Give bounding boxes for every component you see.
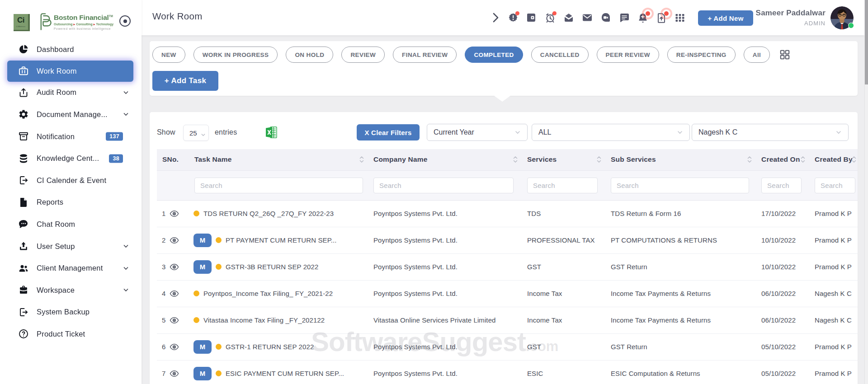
status-tab-all[interactable]: All <box>744 47 770 63</box>
user-role: ADMIN <box>756 20 826 27</box>
ci-logo-subtext: CiMetrics <box>16 25 25 28</box>
task-name[interactable]: TDS RETURN Q2_26Q _27Q_FY 2022-23 <box>203 210 334 217</box>
view-task-eye-icon[interactable] <box>170 210 179 217</box>
bell-add-icon[interactable] <box>637 12 648 23</box>
company-filter-select[interactable]: ALL <box>532 124 690 141</box>
status-tab-on-hold[interactable]: ON HOLD <box>286 47 333 63</box>
status-tab-work-in-progress[interactable]: WORK IN PROGRESS <box>193 47 278 63</box>
status-tab-completed[interactable]: COMPLETED <box>465 47 523 63</box>
column-header-label: Company Name <box>373 155 428 163</box>
task-name[interactable]: ESIC PAYMENT CUM RETURN SEP... <box>226 370 344 377</box>
column-header-services[interactable]: Services <box>520 149 604 170</box>
sort-icon[interactable] <box>597 156 601 163</box>
wallet-icon[interactable] <box>526 12 537 23</box>
view-task-eye-icon[interactable] <box>170 263 179 271</box>
sidebar-item-dashboard[interactable]: Dashboard <box>0 38 142 61</box>
status-tab-re-inspecting[interactable]: RE-INSPECTING <box>667 47 736 63</box>
sidebar-item-reports[interactable]: Reports <box>0 192 142 214</box>
row-number: 5 <box>162 316 165 324</box>
grid-menu-icon[interactable] <box>675 12 685 23</box>
column-header-created-on[interactable]: Created On <box>754 149 807 170</box>
view-task-eye-icon[interactable] <box>170 343 179 351</box>
sidebar-item-client-management[interactable]: Client Management <box>0 257 142 279</box>
year-filter-select[interactable]: Current Year <box>427 124 528 141</box>
search-input-sub[interactable] <box>611 178 749 193</box>
sort-icon[interactable] <box>801 156 805 163</box>
company-name: Poyntpos Systems Pvt. Ltd. <box>366 360 520 384</box>
column-header-label: Created On <box>761 155 800 163</box>
search-input-cby[interactable] <box>815 178 855 193</box>
mail-icon[interactable] <box>582 12 593 23</box>
status-tab-peer-review[interactable]: PEER REVIEW <box>597 47 659 63</box>
task-name[interactable]: Poyntpos_Income Tax Filing_ FY_2021-22 <box>203 290 333 297</box>
view-task-eye-icon[interactable] <box>170 290 179 297</box>
export-icon <box>18 307 29 318</box>
sidebar-item-user-setup[interactable]: User Setup <box>0 235 142 258</box>
scrollbar-thumb[interactable] <box>865 0 868 84</box>
grid-view-icon[interactable] <box>779 49 791 61</box>
status-tab-final-review[interactable]: FINAL REVIEW <box>393 47 457 63</box>
help-circle-icon <box>18 328 29 339</box>
sidebar-item-work-room[interactable]: Work Room <box>7 61 133 82</box>
column-header-company-name[interactable]: Company Name <box>366 149 520 170</box>
search-input-serv[interactable] <box>527 178 598 193</box>
sidebar-pin-toggle-icon[interactable] <box>119 15 131 27</box>
sort-icon[interactable] <box>513 156 518 163</box>
alarm-clock-icon[interactable] <box>545 12 556 23</box>
sidebar-item-knowledge-cent[interactable]: Knowledge Cent...38 <box>0 147 142 169</box>
task-name[interactable]: GSTR-1 RETURN SEP 2022 <box>226 343 314 351</box>
company-name: Poyntpos Systems Pvt. Ltd. <box>366 280 520 307</box>
sidebar-item-document-manage[interactable]: Document Manage... <box>0 103 142 126</box>
status-tab-cancelled[interactable]: CANCELLED <box>531 47 589 63</box>
ci-app-logo: Ci CiMetrics <box>14 14 30 31</box>
add-task-button[interactable]: + Add Task <box>152 71 218 91</box>
sort-icon[interactable] <box>747 156 752 163</box>
status-tab-review[interactable]: REVIEW <box>341 47 385 63</box>
view-task-eye-icon[interactable] <box>170 237 179 244</box>
column-header-task-name[interactable]: Task Name <box>190 149 366 170</box>
task-name[interactable]: PT PAYMENT CUM RETURN SEP... <box>226 236 337 244</box>
sort-icon[interactable] <box>359 156 364 163</box>
search-input-con[interactable] <box>761 178 802 193</box>
view-task-eye-icon[interactable] <box>170 370 179 377</box>
status-tab-new[interactable]: NEW <box>152 47 185 63</box>
created-on: 06/10/2022 <box>754 280 807 307</box>
column-header-sub-services[interactable]: Sub Services <box>604 149 754 170</box>
inbox-open-icon[interactable] <box>563 12 574 23</box>
search-input-task[interactable] <box>194 178 363 193</box>
row-number: 6 <box>162 343 165 351</box>
column-header-created-by[interactable]: Created By <box>807 149 858 170</box>
sidebar-item-notification[interactable]: Notification137 <box>0 126 142 148</box>
chevron-down-icon <box>201 131 206 139</box>
collapse-chevron-icon[interactable] <box>491 12 500 23</box>
clear-filters-button[interactable]: X Clear Filters <box>357 124 420 140</box>
view-task-eye-icon[interactable] <box>170 317 179 324</box>
page-size-select[interactable]: 25 <box>183 125 209 141</box>
sort-icon[interactable] <box>852 156 856 163</box>
file-upload-icon[interactable] <box>656 12 667 23</box>
chevron-down-icon <box>123 243 129 250</box>
sidebar-item-system-backup[interactable]: System Backup <box>0 301 142 323</box>
video-call-icon[interactable] <box>600 12 611 23</box>
avatar[interactable] <box>830 6 854 29</box>
sidebar-item-workspace[interactable]: Workspace <box>0 279 142 301</box>
sidebar-logo-row: Ci CiMetrics Boston FinancialTM Outsourc… <box>0 0 142 38</box>
user-filter-select[interactable]: Nagesh K C <box>692 124 849 141</box>
add-new-button[interactable]: + Add New <box>698 10 753 26</box>
row-number: 7 <box>162 370 165 377</box>
badge-alert-icon[interactable] <box>508 12 519 23</box>
chat-message-icon[interactable] <box>619 12 630 23</box>
upload-bold-icon <box>18 241 29 252</box>
database-icon <box>18 153 29 164</box>
sidebar-item-label: Dashboard <box>37 45 74 54</box>
search-input-comp[interactable] <box>373 178 514 193</box>
sub-services: GST Return <box>604 253 754 280</box>
sidebar-item-audit-room[interactable]: Audit Room <box>0 82 142 104</box>
sidebar-item-ci-calender-event[interactable]: CI Calender & Event <box>0 169 142 192</box>
task-name[interactable]: Vitastaa Income Tax Filing _FY_202122 <box>203 316 325 324</box>
sidebar-item-label: Document Manage... <box>37 110 108 119</box>
sidebar-item-chat-room[interactable]: Chat Room <box>0 213 142 235</box>
sidebar-item-product-ticket[interactable]: Product Ticket <box>0 323 142 345</box>
excel-export-icon[interactable] <box>266 126 278 139</box>
task-name[interactable]: GSTR-3B RETURN SEP 2022 <box>226 263 318 271</box>
